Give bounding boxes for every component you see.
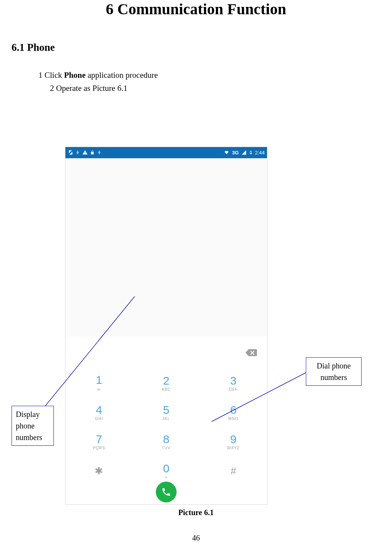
dialpad: 1∞ 2ABC 3DEF 4GHI 5JKL 6MNO 7PQRS 8TUV 9… xyxy=(65,368,267,485)
page-number: 46 xyxy=(0,534,392,542)
step-1: 1 Click Phone application procedure xyxy=(38,69,392,82)
status-right: 3G 2:44 xyxy=(224,150,265,156)
key-star[interactable]: ✱ xyxy=(65,456,133,485)
key-6[interactable]: 6MNO xyxy=(200,398,267,427)
battery-icon xyxy=(249,150,253,156)
key-8[interactable]: 8TUV xyxy=(133,427,200,456)
display-phone-area xyxy=(65,158,267,336)
step-1-post: application procedure xyxy=(86,70,158,80)
call-button[interactable] xyxy=(156,482,177,502)
lock-icon xyxy=(90,150,95,156)
status-time: 2:44 xyxy=(255,150,265,155)
usb-icon-2 xyxy=(97,150,102,156)
call-button-row xyxy=(65,485,267,504)
usb-icon xyxy=(75,150,80,156)
key-2[interactable]: 2ABC xyxy=(133,368,200,398)
callout-display: Display phone numbers xyxy=(12,406,54,446)
wifi-icon xyxy=(224,150,230,156)
key-4[interactable]: 4GHI xyxy=(65,398,133,427)
section-title: 6.1 Phone xyxy=(12,42,392,54)
steps: 1 Click Phone application procedure 2 Op… xyxy=(38,69,392,95)
step-1-pre: 1 Click xyxy=(38,70,64,80)
key-0[interactable]: 0+ xyxy=(133,456,200,485)
signal-icon xyxy=(241,150,247,156)
step-1-bold: Phone xyxy=(64,70,86,80)
key-hash[interactable]: # xyxy=(200,456,267,485)
key-3[interactable]: 3DEF xyxy=(200,368,267,398)
key-5[interactable]: 5JKL xyxy=(133,398,200,427)
warning-icon xyxy=(82,150,88,156)
key-1[interactable]: 1∞ xyxy=(65,368,133,398)
number-input-row xyxy=(65,336,267,368)
backspace-icon[interactable] xyxy=(245,348,257,357)
status-bar: 3G 2:44 xyxy=(65,147,267,158)
key-7[interactable]: 7PQRS xyxy=(65,427,133,456)
page-title: 6 Communication Function xyxy=(0,0,392,18)
status-left xyxy=(68,150,102,156)
phone-screenshot: 3G 2:44 1∞ 2ABC 3DEF 4GHI 5JKL 6MNO 7PQR… xyxy=(65,147,267,504)
figure-caption: Picture 6.1 xyxy=(0,508,392,517)
step-2: 2 Operate as Picture 6.1 xyxy=(50,82,392,95)
callout-dial: Dial phone numbers xyxy=(306,357,362,386)
no-sim-icon xyxy=(68,150,73,156)
key-9[interactable]: 9WXYZ xyxy=(200,427,267,456)
network-type: 3G xyxy=(232,150,239,155)
